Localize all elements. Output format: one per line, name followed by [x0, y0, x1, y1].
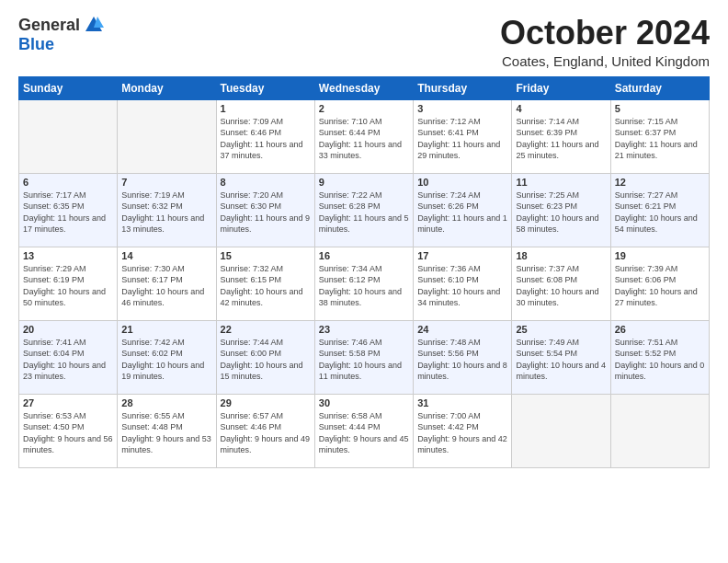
day-number: 23: [319, 324, 409, 335]
calendar-cell: 12Sunrise: 7:27 AMSunset: 6:21 PMDayligh…: [610, 173, 709, 247]
calendar-cell: 24Sunrise: 7:48 AMSunset: 5:56 PMDayligh…: [414, 320, 512, 394]
day-number: 14: [121, 250, 211, 261]
day-number: 25: [516, 324, 606, 335]
day-number: 10: [417, 177, 507, 188]
cell-details: Sunrise: 7:25 AMSunset: 6:23 PMDaylight:…: [516, 190, 606, 236]
day-number: 6: [23, 177, 113, 188]
day-header-tuesday: Tuesday: [216, 76, 314, 99]
month-title: October 2024: [500, 15, 710, 52]
day-number: 18: [516, 250, 606, 261]
calendar-cell: 25Sunrise: 7:49 AMSunset: 5:54 PMDayligh…: [512, 320, 610, 394]
cell-details: Sunrise: 7:51 AMSunset: 5:52 PMDaylight:…: [615, 337, 705, 383]
calendar-cell: 2Sunrise: 7:10 AMSunset: 6:44 PMDaylight…: [314, 99, 413, 173]
calendar-cell: [19, 99, 118, 173]
day-number: 21: [121, 324, 211, 335]
calendar-cell: 17Sunrise: 7:36 AMSunset: 6:10 PMDayligh…: [414, 247, 512, 320]
cell-details: Sunrise: 7:46 AMSunset: 5:58 PMDaylight:…: [319, 337, 409, 383]
cell-details: Sunrise: 7:34 AMSunset: 6:12 PMDaylight:…: [319, 263, 409, 309]
calendar-cell: 9Sunrise: 7:22 AMSunset: 6:28 PMDaylight…: [314, 173, 413, 247]
calendar-cell: 26Sunrise: 7:51 AMSunset: 5:52 PMDayligh…: [610, 320, 709, 394]
cell-details: Sunrise: 7:41 AMSunset: 6:04 PMDaylight:…: [23, 337, 113, 383]
day-number: 12: [615, 177, 705, 188]
calendar-cell: 8Sunrise: 7:20 AMSunset: 6:30 PMDaylight…: [216, 173, 314, 247]
calendar-cell: 4Sunrise: 7:14 AMSunset: 6:39 PMDaylight…: [512, 99, 610, 173]
day-number: 28: [121, 397, 211, 408]
logo: General Blue: [18, 15, 104, 54]
day-header-wednesday: Wednesday: [314, 76, 413, 99]
day-number: 31: [417, 397, 507, 408]
cell-details: Sunrise: 6:55 AMSunset: 4:48 PMDaylight:…: [121, 410, 211, 456]
day-number: 13: [23, 250, 113, 261]
calendar-cell: 19Sunrise: 7:39 AMSunset: 6:06 PMDayligh…: [610, 247, 709, 320]
cell-details: Sunrise: 7:09 AMSunset: 6:46 PMDaylight:…: [221, 116, 311, 162]
cell-details: Sunrise: 7:36 AMSunset: 6:10 PMDaylight:…: [417, 263, 507, 309]
cell-details: Sunrise: 7:29 AMSunset: 6:19 PMDaylight:…: [23, 263, 113, 309]
day-header-thursday: Thursday: [414, 76, 512, 99]
day-number: 1: [221, 103, 311, 114]
page: General Blue October 2024 Coates, Englan…: [0, 0, 728, 563]
calendar-cell: [512, 394, 610, 467]
cell-details: Sunrise: 7:10 AMSunset: 6:44 PMDaylight:…: [319, 116, 409, 162]
calendar-cell: 7Sunrise: 7:19 AMSunset: 6:32 PMDaylight…: [118, 173, 216, 247]
calendar-cell: 14Sunrise: 7:30 AMSunset: 6:17 PMDayligh…: [118, 247, 216, 320]
cell-details: Sunrise: 7:32 AMSunset: 6:15 PMDaylight:…: [221, 263, 311, 309]
cell-details: Sunrise: 7:44 AMSunset: 6:00 PMDaylight:…: [221, 337, 311, 383]
calendar-cell: 27Sunrise: 6:53 AMSunset: 4:50 PMDayligh…: [19, 394, 118, 467]
calendar-cell: 1Sunrise: 7:09 AMSunset: 6:46 PMDaylight…: [216, 99, 314, 173]
calendar-cell: 22Sunrise: 7:44 AMSunset: 6:00 PMDayligh…: [216, 320, 314, 394]
logo-general-text: General: [18, 16, 80, 35]
cell-details: Sunrise: 7:17 AMSunset: 6:35 PMDaylight:…: [23, 190, 113, 236]
calendar-cell: 23Sunrise: 7:46 AMSunset: 5:58 PMDayligh…: [314, 320, 413, 394]
calendar-cell: 3Sunrise: 7:12 AMSunset: 6:41 PMDaylight…: [414, 99, 512, 173]
header: General Blue October 2024 Coates, Englan…: [18, 15, 710, 69]
calendar-cell: 20Sunrise: 7:41 AMSunset: 6:04 PMDayligh…: [19, 320, 118, 394]
day-number: 24: [417, 324, 507, 335]
cell-details: Sunrise: 7:00 AMSunset: 4:42 PMDaylight:…: [417, 410, 507, 456]
cell-details: Sunrise: 7:24 AMSunset: 6:26 PMDaylight:…: [417, 190, 507, 236]
cell-details: Sunrise: 7:39 AMSunset: 6:06 PMDaylight:…: [615, 263, 705, 309]
cell-details: Sunrise: 7:30 AMSunset: 6:17 PMDaylight:…: [121, 263, 211, 309]
calendar-cell: 5Sunrise: 7:15 AMSunset: 6:37 PMDaylight…: [610, 99, 709, 173]
calendar-cell: 29Sunrise: 6:57 AMSunset: 4:46 PMDayligh…: [216, 394, 314, 467]
day-header-sunday: Sunday: [19, 76, 118, 99]
day-header-monday: Monday: [118, 76, 216, 99]
day-number: 26: [615, 324, 705, 335]
day-number: 9: [319, 177, 409, 188]
day-number: 4: [516, 103, 606, 114]
calendar-week-row: 1Sunrise: 7:09 AMSunset: 6:46 PMDaylight…: [19, 99, 710, 173]
calendar-cell: [118, 99, 216, 173]
day-number: 5: [615, 103, 705, 114]
calendar-table: SundayMondayTuesdayWednesdayThursdayFrid…: [18, 76, 710, 468]
calendar-week-row: 27Sunrise: 6:53 AMSunset: 4:50 PMDayligh…: [19, 394, 710, 467]
logo-icon: [84, 15, 104, 35]
cell-details: Sunrise: 6:53 AMSunset: 4:50 PMDaylight:…: [23, 410, 113, 456]
title-block: October 2024 Coates, England, United Kin…: [500, 15, 710, 69]
calendar-cell: 10Sunrise: 7:24 AMSunset: 6:26 PMDayligh…: [414, 173, 512, 247]
day-number: 29: [221, 397, 311, 408]
cell-details: Sunrise: 6:58 AMSunset: 4:44 PMDaylight:…: [319, 410, 409, 456]
day-number: 8: [221, 177, 311, 188]
day-number: 22: [221, 324, 311, 335]
location: Coates, England, United Kingdom: [500, 53, 710, 69]
calendar-cell: 6Sunrise: 7:17 AMSunset: 6:35 PMDaylight…: [19, 173, 118, 247]
cell-details: Sunrise: 7:19 AMSunset: 6:32 PMDaylight:…: [121, 190, 211, 236]
day-number: 17: [417, 250, 507, 261]
cell-details: Sunrise: 7:22 AMSunset: 6:28 PMDaylight:…: [319, 190, 409, 236]
cell-details: Sunrise: 7:12 AMSunset: 6:41 PMDaylight:…: [417, 116, 507, 162]
cell-details: Sunrise: 7:48 AMSunset: 5:56 PMDaylight:…: [417, 337, 507, 383]
day-number: 15: [221, 250, 311, 261]
calendar-cell: 31Sunrise: 7:00 AMSunset: 4:42 PMDayligh…: [414, 394, 512, 467]
calendar-cell: [610, 394, 709, 467]
cell-details: Sunrise: 7:14 AMSunset: 6:39 PMDaylight:…: [516, 116, 606, 162]
day-number: 3: [417, 103, 507, 114]
day-number: 11: [516, 177, 606, 188]
day-number: 7: [121, 177, 211, 188]
cell-details: Sunrise: 7:37 AMSunset: 6:08 PMDaylight:…: [516, 263, 606, 309]
calendar-cell: 30Sunrise: 6:58 AMSunset: 4:44 PMDayligh…: [314, 394, 413, 467]
logo-blue-text: Blue: [18, 35, 54, 54]
calendar-cell: 28Sunrise: 6:55 AMSunset: 4:48 PMDayligh…: [118, 394, 216, 467]
day-number: 30: [319, 397, 409, 408]
calendar-week-row: 20Sunrise: 7:41 AMSunset: 6:04 PMDayligh…: [19, 320, 710, 394]
calendar-cell: 21Sunrise: 7:42 AMSunset: 6:02 PMDayligh…: [118, 320, 216, 394]
calendar-cell: 16Sunrise: 7:34 AMSunset: 6:12 PMDayligh…: [314, 247, 413, 320]
